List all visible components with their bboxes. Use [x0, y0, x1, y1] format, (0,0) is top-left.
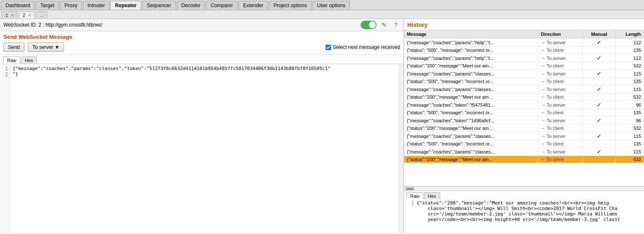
direction-button[interactable]: To server ▼: [28, 43, 64, 52]
manual-checkmark: ✓: [597, 133, 601, 139]
row-manual: [583, 78, 615, 85]
table-row[interactable]: {"status": "500", "message": "incorrect …: [404, 140, 644, 148]
response-format-tabs: Raw Hex: [404, 191, 644, 199]
table-row[interactable]: {"status": "500", "message": "incorrect …: [404, 47, 644, 54]
main-layout: WebSocket ID: 2 : http://gym.crossfit.ht…: [0, 19, 644, 233]
history-table[interactable]: Message Direction Manual Length {"messag…: [404, 30, 644, 186]
tab-sequencer[interactable]: Sequencer: [142, 1, 176, 10]
response-tab-hex[interactable]: Hex: [424, 192, 440, 199]
format-tab-hex[interactable]: Hex: [21, 56, 37, 64]
tab-repeater[interactable]: Repeater: [110, 1, 141, 10]
manual-checkmark: ✓: [597, 148, 601, 155]
manual-checkmark: ✓: [597, 70, 601, 77]
table-row[interactable]: {"message":"coaches","params":"classes..…: [404, 148, 644, 156]
tab-decoder[interactable]: Decoder: [177, 1, 205, 10]
row-length: 532: [616, 125, 644, 132]
connection-toggle[interactable]: [361, 21, 377, 29]
table-row[interactable]: {"status":"200","message":"Meet our am..…: [404, 94, 644, 101]
tab-intruder[interactable]: Intruder: [83, 1, 110, 10]
row-length: 96: [616, 116, 644, 125]
edit-icon[interactable]: ✎: [380, 21, 388, 29]
format-tabs: Raw Hex: [0, 55, 404, 64]
response-tab-raw[interactable]: Raw: [406, 192, 423, 199]
manual-checkmark: ✓: [597, 55, 601, 61]
vertical-scrollbar[interactable]: [398, 64, 404, 233]
row-message: {"status": "500", "message": "incorrect …: [404, 47, 538, 54]
row-message: {"message":"coaches","token":"1d96a9cf..…: [404, 116, 538, 125]
table-row[interactable]: {"message":"coaches","token":"1d96a9cf..…: [404, 116, 644, 125]
row-message: {"message":"coaches","params":"classes..…: [404, 85, 538, 94]
tab-user-options[interactable]: User options: [313, 1, 350, 10]
tab-proxy[interactable]: Proxy: [60, 1, 82, 10]
message-content[interactable]: {"message":"coaches","params":"classes",…: [10, 64, 398, 233]
table-row[interactable]: {"message":"coaches","params":"classes..…: [404, 70, 644, 78]
subtab-more[interactable]: ...: [36, 11, 47, 19]
send-title: Send WebSocket Message: [3, 34, 400, 40]
col-header-length: Length: [616, 30, 644, 38]
manual-checkmark: ✓: [597, 102, 601, 108]
subtab-1-close[interactable]: ×: [11, 13, 13, 18]
message-editor: 1 2 {"message":"coaches","params":"class…: [0, 64, 404, 233]
table-row[interactable]: {"status":"200","message":"Meet our am..…: [404, 156, 644, 163]
row-manual: [583, 109, 615, 116]
row-direction: → To server: [538, 101, 583, 109]
row-manual: ✓: [583, 148, 615, 156]
nav-tabs: Dashboard Target Proxy Intruder Repeater…: [0, 0, 644, 10]
send-button[interactable]: Send: [3, 43, 24, 52]
response-line-number: 1: [406, 200, 414, 232]
table-header-row: Message Direction Manual Length: [404, 30, 644, 38]
manual-checkmark: ✓: [597, 117, 601, 124]
row-direction: → To server: [538, 148, 583, 156]
tab-dashboard[interactable]: Dashboard: [1, 1, 35, 10]
row-manual: [583, 94, 615, 101]
help-icon[interactable]: ?: [392, 21, 400, 29]
row-message: {"status":"200","message":"Meet our am..…: [404, 94, 538, 101]
row-message: {"message":"coaches","params":"classes..…: [404, 132, 538, 140]
table-row[interactable]: {"message":"coaches","params":"help","t.…: [404, 54, 644, 62]
right-panel: History Message Direction Manual Length …: [404, 19, 644, 233]
row-direction: ← To client: [538, 47, 583, 54]
format-tab-raw[interactable]: Raw: [3, 56, 20, 64]
tab-comparer[interactable]: Comparer: [206, 1, 238, 10]
row-direction: ← To client: [538, 125, 583, 132]
row-length: 115: [616, 85, 644, 94]
tab-extender[interactable]: Extender: [238, 1, 268, 10]
row-direction: → To server: [538, 38, 583, 47]
row-length: 532: [616, 156, 644, 163]
row-message: {"status":"200","message":"Meet our am..…: [404, 156, 538, 163]
row-manual: ✓: [583, 70, 615, 78]
row-message: {"status": "500", "message": "incorrect …: [404, 140, 538, 148]
col-header-direction: Direction: [538, 30, 583, 38]
table-row[interactable]: {"message":"coaches","token":"f5475481..…: [404, 101, 644, 109]
response-text: {"status":"200","message":"Meet our amaz…: [417, 200, 642, 232]
subtab-1[interactable]: 1 ×: [2, 11, 18, 19]
table-row[interactable]: {"message":"coaches","params":"classes..…: [404, 132, 644, 140]
table-row[interactable]: {"status":"200","message":"Meet our am..…: [404, 125, 644, 132]
subtab-2-label: 2: [23, 13, 25, 18]
table-row[interactable]: {"message":"coaches","params":"classes..…: [404, 85, 644, 94]
horizontal-scroll-indicator[interactable]: [404, 186, 644, 191]
table-row[interactable]: {"status": "500", "message": "incorrect …: [404, 109, 644, 116]
tab-project-options[interactable]: Project options: [269, 1, 311, 10]
subtab-2-close[interactable]: ×: [28, 13, 31, 18]
row-manual: [583, 47, 615, 54]
select-next-label: Select next message received: [326, 44, 400, 50]
subtab-2[interactable]: 2 ×: [19, 11, 35, 19]
left-panel: WebSocket ID: 2 : http://gym.crossfit.ht…: [0, 19, 404, 233]
table-row[interactable]: {"status":"200","message":"Meet our am..…: [404, 62, 644, 70]
row-message: {"message":"coaches","params":"help","t.…: [404, 54, 538, 62]
table-row[interactable]: {"message":"coaches","params":"help","t.…: [404, 38, 644, 47]
line-number-1: 1: [2, 66, 8, 72]
response-content[interactable]: 1 {"status":"200","message":"Meet our am…: [404, 199, 644, 233]
row-manual: [583, 140, 615, 148]
row-message: {"status": "500", "message": "incorrect …: [404, 78, 538, 85]
row-length: 115: [616, 132, 644, 140]
row-direction: → To server: [538, 54, 583, 62]
ws-header: WebSocket ID: 2 : http://gym.crossfit.ht…: [0, 19, 404, 31]
table-row[interactable]: {"status": "500", "message": "incorrect …: [404, 78, 644, 85]
tab-target[interactable]: Target: [36, 1, 59, 10]
history-title: History: [404, 19, 644, 30]
row-message: {"status":"200","message":"Meet our am..…: [404, 125, 538, 132]
select-next-checkbox[interactable]: [326, 45, 331, 50]
row-manual: ✓: [583, 38, 615, 47]
